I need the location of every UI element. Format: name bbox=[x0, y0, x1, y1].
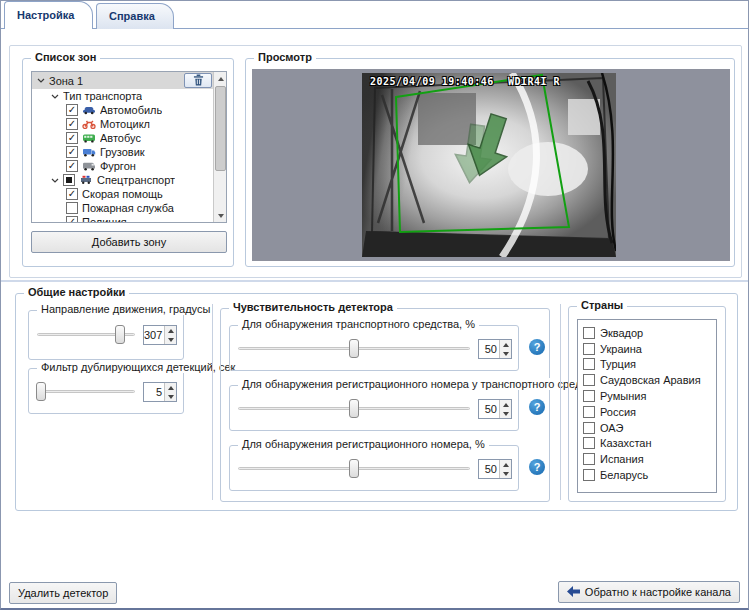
country-label: Казахстан bbox=[600, 437, 652, 449]
sens-vehicle-value: 50 bbox=[479, 340, 499, 358]
slider-thumb[interactable] bbox=[115, 325, 125, 344]
country-row-belarus[interactable]: ✓Беларусь bbox=[583, 467, 716, 483]
checkbox-unchecked[interactable]: ✓ bbox=[583, 390, 595, 402]
back-to-channel-button[interactable]: Обратно к настройке канала bbox=[558, 581, 740, 603]
general-settings-title: Общие настройки bbox=[24, 286, 129, 298]
checkbox-checked[interactable]: ✓ bbox=[66, 132, 78, 144]
tree-item-label: Спецтранспорт bbox=[97, 174, 175, 186]
country-row-ecuador[interactable]: ✓Эквадор bbox=[583, 325, 716, 341]
checkbox-unchecked[interactable]: ✓ bbox=[583, 327, 595, 339]
spin-down-icon[interactable] bbox=[500, 409, 511, 418]
delete-detector-button[interactable]: Удалить детектор bbox=[9, 582, 117, 604]
delete-zone-button[interactable] bbox=[184, 73, 212, 88]
spin-up-icon[interactable] bbox=[165, 383, 176, 392]
tree-item-special-transport[interactable]: Спецтранспорт bbox=[32, 173, 215, 187]
tree-item-motorcycle[interactable]: ✓ Мотоцикл bbox=[32, 117, 215, 131]
country-row-spain[interactable]: ✓Испания bbox=[583, 451, 716, 467]
checkbox-checked[interactable]: ✓ bbox=[66, 216, 78, 222]
help-icon[interactable]: ? bbox=[529, 459, 545, 475]
tree-item-transport-type[interactable]: Тип транспорта bbox=[32, 89, 215, 103]
sens-plate-slider[interactable] bbox=[238, 459, 470, 479]
tree-item-label: Мотоцикл bbox=[100, 118, 150, 130]
country-row-ukraine[interactable]: ✓Украина bbox=[583, 341, 716, 357]
checkbox-indeterminate[interactable] bbox=[63, 174, 75, 186]
sens-plate-on-vehicle-spinbox[interactable]: 50 bbox=[478, 399, 512, 419]
tree-item-car[interactable]: ✓ Автомобиль bbox=[32, 103, 215, 117]
tree-item-ambulance[interactable]: ✓ Скорая помощь bbox=[32, 187, 215, 201]
scroll-up-icon[interactable] bbox=[214, 72, 227, 85]
tree-item-van[interactable]: ✓ Фургон bbox=[32, 159, 215, 173]
sens-plate-spinbox[interactable]: 50 bbox=[478, 459, 512, 479]
camera-osd: 2025/04/09 19:40:46 WDIR4I R bbox=[370, 76, 612, 87]
dup-filter-spinbox[interactable]: 5 bbox=[143, 382, 177, 402]
spin-down-icon[interactable] bbox=[165, 392, 176, 401]
spin-up-icon[interactable] bbox=[500, 400, 511, 409]
checkbox-unchecked[interactable]: ✓ bbox=[583, 437, 595, 449]
sens-vehicle-label: Для обнаружения транспортного средства, … bbox=[238, 318, 479, 330]
checkbox-checked[interactable]: ✓ bbox=[66, 118, 78, 130]
dup-filter-slider[interactable] bbox=[37, 382, 135, 402]
checkbox-unchecked[interactable]: ✓ bbox=[66, 202, 78, 214]
checkbox-unchecked[interactable]: ✓ bbox=[583, 453, 595, 465]
checkbox-checked[interactable]: ✓ bbox=[66, 104, 78, 116]
chevron-down-icon[interactable] bbox=[50, 178, 59, 183]
slider-thumb[interactable] bbox=[349, 339, 359, 358]
tree-item-fire-service[interactable]: ✓ Пожарная служба bbox=[32, 201, 215, 215]
checkbox-unchecked[interactable]: ✓ bbox=[583, 469, 595, 481]
preview-canvas[interactable]: 2025/04/09 19:40:46 WDIR4I R bbox=[252, 69, 730, 261]
checkbox-unchecked[interactable]: ✓ bbox=[583, 406, 595, 418]
checkbox-unchecked[interactable]: ✓ bbox=[583, 358, 595, 370]
direction-spinbox[interactable]: 307 bbox=[143, 325, 177, 345]
spin-down-icon[interactable] bbox=[500, 349, 511, 358]
spin-up-icon[interactable] bbox=[500, 340, 511, 349]
dup-filter-label: Фильтр дублирующихся детекций, сек bbox=[37, 361, 239, 373]
checkbox-unchecked[interactable]: ✓ bbox=[583, 374, 595, 386]
column-separator bbox=[212, 304, 213, 500]
country-row-romania[interactable]: ✓Румыния bbox=[583, 388, 716, 404]
tree-item-police[interactable]: ✓ Полиция bbox=[32, 215, 215, 222]
add-zone-button[interactable]: Добавить зону bbox=[31, 231, 227, 253]
spin-down-icon[interactable] bbox=[165, 335, 176, 344]
slider-track[interactable] bbox=[37, 390, 135, 393]
chevron-down-icon[interactable] bbox=[50, 94, 59, 99]
chevron-down-icon[interactable] bbox=[36, 78, 45, 83]
tree-item-label: Полиция bbox=[82, 216, 127, 222]
camera-id: WDIR4I R bbox=[508, 76, 560, 87]
spin-down-icon[interactable] bbox=[500, 469, 511, 478]
sens-vehicle-slider[interactable] bbox=[238, 339, 470, 359]
scrollbar-thumb[interactable] bbox=[215, 86, 226, 171]
country-row-turkey[interactable]: ✓Турция bbox=[583, 357, 716, 373]
spin-up-icon[interactable] bbox=[165, 326, 176, 335]
country-label: Испания bbox=[600, 453, 644, 465]
tree-item-zone1[interactable]: Зона 1 bbox=[32, 72, 215, 89]
checkbox-checked[interactable]: ✓ bbox=[66, 160, 78, 172]
country-label: Румыния bbox=[600, 390, 646, 402]
country-row-russia[interactable]: ✓Россия bbox=[583, 404, 716, 420]
sens-plate-on-vehicle-slider[interactable] bbox=[238, 399, 470, 419]
sens-vehicle-spinbox[interactable]: 50 bbox=[478, 339, 512, 359]
country-row-kazakhstan[interactable]: ✓Казахстан bbox=[583, 436, 716, 452]
country-row-saudi-arabia[interactable]: ✓Саудовская Аравия bbox=[583, 372, 716, 388]
zone-list-groupbox: Список зон Зона 1 Тип транспорта bbox=[22, 58, 234, 267]
sens-plate-on-vehicle-value: 50 bbox=[479, 400, 499, 418]
direction-slider[interactable] bbox=[37, 325, 135, 345]
tree-item-bus[interactable]: ✓ Автобус bbox=[32, 131, 215, 145]
help-icon[interactable]: ? bbox=[529, 339, 545, 355]
help-icon[interactable]: ? bbox=[529, 399, 545, 415]
scroll-down-icon[interactable] bbox=[214, 209, 227, 222]
slider-thumb[interactable] bbox=[349, 459, 359, 478]
slider-thumb[interactable] bbox=[349, 399, 359, 418]
checkbox-checked[interactable]: ✓ bbox=[66, 188, 78, 200]
checkbox-checked[interactable]: ✓ bbox=[66, 146, 78, 158]
country-row-uae[interactable]: ✓ОАЭ bbox=[583, 420, 716, 436]
checkbox-unchecked[interactable]: ✓ bbox=[583, 422, 595, 434]
tab-settings[interactable]: Настройка bbox=[4, 1, 93, 29]
slider-thumb[interactable] bbox=[36, 382, 46, 401]
checkbox-unchecked[interactable]: ✓ bbox=[583, 343, 595, 355]
spin-up-icon[interactable] bbox=[500, 460, 511, 469]
sens-plate-on-vehicle-groupbox: Для обнаружения регистрационного номера … bbox=[229, 385, 519, 431]
tree-item-truck[interactable]: ✓ Грузовик bbox=[32, 145, 215, 159]
tree-scrollbar[interactable] bbox=[213, 72, 226, 222]
direction-label: Направление движения, градусы bbox=[37, 303, 214, 315]
tab-help[interactable]: Справка bbox=[96, 3, 174, 29]
